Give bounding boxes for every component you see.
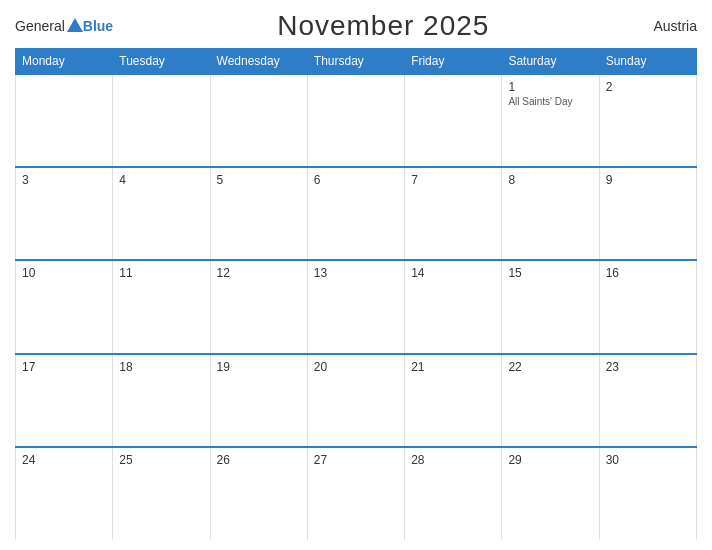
day-number: 14 (411, 266, 495, 280)
weekday-header: Friday (405, 49, 502, 75)
calendar-header-row: MondayTuesdayWednesdayThursdayFridaySatu… (16, 49, 697, 75)
day-number: 16 (606, 266, 690, 280)
day-number: 26 (217, 453, 301, 467)
calendar-body: 1All Saints' Day234567891011121314151617… (16, 74, 697, 540)
day-number: 11 (119, 266, 203, 280)
day-number: 23 (606, 360, 690, 374)
day-number: 17 (22, 360, 106, 374)
day-number: 25 (119, 453, 203, 467)
calendar-day-cell: 28 (405, 447, 502, 540)
day-number: 4 (119, 173, 203, 187)
calendar-day-cell: 14 (405, 260, 502, 353)
day-number: 13 (314, 266, 398, 280)
calendar-day-cell: 7 (405, 167, 502, 260)
day-number: 22 (508, 360, 592, 374)
weekday-header: Thursday (307, 49, 404, 75)
calendar-day-cell: 24 (16, 447, 113, 540)
calendar-day-cell: 23 (599, 354, 696, 447)
calendar-day-cell: 3 (16, 167, 113, 260)
calendar-day-cell: 6 (307, 167, 404, 260)
day-number: 9 (606, 173, 690, 187)
logo-triangle-icon (67, 18, 83, 32)
calendar-week-row: 10111213141516 (16, 260, 697, 353)
day-number: 6 (314, 173, 398, 187)
day-number: 7 (411, 173, 495, 187)
calendar-day-cell: 19 (210, 354, 307, 447)
weekday-header: Sunday (599, 49, 696, 75)
calendar-day-cell: 16 (599, 260, 696, 353)
calendar-day-cell: 18 (113, 354, 210, 447)
holiday-label: All Saints' Day (508, 96, 592, 107)
day-number: 10 (22, 266, 106, 280)
day-number: 20 (314, 360, 398, 374)
calendar-day-cell: 27 (307, 447, 404, 540)
calendar-day-cell: 29 (502, 447, 599, 540)
calendar-day-cell: 15 (502, 260, 599, 353)
calendar-week-row: 17181920212223 (16, 354, 697, 447)
logo-general-text: General (15, 18, 65, 34)
calendar-week-row: 1All Saints' Day2 (16, 74, 697, 167)
calendar-day-cell: 25 (113, 447, 210, 540)
calendar-day-cell: 10 (16, 260, 113, 353)
calendar-day-cell: 1All Saints' Day (502, 74, 599, 167)
day-number: 24 (22, 453, 106, 467)
day-number: 28 (411, 453, 495, 467)
day-number: 29 (508, 453, 592, 467)
calendar-day-cell: 13 (307, 260, 404, 353)
calendar-day-cell (405, 74, 502, 167)
calendar-day-cell: 17 (16, 354, 113, 447)
day-number: 18 (119, 360, 203, 374)
calendar-day-cell: 4 (113, 167, 210, 260)
calendar-day-cell (210, 74, 307, 167)
weekday-header: Saturday (502, 49, 599, 75)
logo-blue-text: Blue (83, 18, 113, 34)
weekday-header: Tuesday (113, 49, 210, 75)
day-number: 21 (411, 360, 495, 374)
calendar-day-cell (16, 74, 113, 167)
day-number: 8 (508, 173, 592, 187)
calendar-header: General Blue November 2025 Austria (15, 10, 697, 42)
calendar-table: MondayTuesdayWednesdayThursdayFridaySatu… (15, 48, 697, 540)
weekday-header-row: MondayTuesdayWednesdayThursdayFridaySatu… (16, 49, 697, 75)
calendar-day-cell: 2 (599, 74, 696, 167)
calendar-week-row: 24252627282930 (16, 447, 697, 540)
day-number: 5 (217, 173, 301, 187)
day-number: 15 (508, 266, 592, 280)
day-number: 30 (606, 453, 690, 467)
calendar-day-cell: 22 (502, 354, 599, 447)
day-number: 1 (508, 80, 592, 94)
day-number: 19 (217, 360, 301, 374)
calendar-week-row: 3456789 (16, 167, 697, 260)
calendar-day-cell: 30 (599, 447, 696, 540)
calendar-day-cell: 8 (502, 167, 599, 260)
weekday-header: Monday (16, 49, 113, 75)
calendar-day-cell: 12 (210, 260, 307, 353)
calendar-day-cell: 11 (113, 260, 210, 353)
country-label: Austria (653, 18, 697, 34)
calendar-day-cell (307, 74, 404, 167)
calendar-day-cell: 21 (405, 354, 502, 447)
calendar-day-cell: 26 (210, 447, 307, 540)
calendar-day-cell: 9 (599, 167, 696, 260)
weekday-header: Wednesday (210, 49, 307, 75)
calendar-title: November 2025 (277, 10, 489, 42)
day-number: 2 (606, 80, 690, 94)
day-number: 12 (217, 266, 301, 280)
day-number: 27 (314, 453, 398, 467)
calendar-day-cell: 5 (210, 167, 307, 260)
day-number: 3 (22, 173, 106, 187)
calendar-day-cell (113, 74, 210, 167)
calendar-day-cell: 20 (307, 354, 404, 447)
logo: General Blue (15, 17, 113, 35)
